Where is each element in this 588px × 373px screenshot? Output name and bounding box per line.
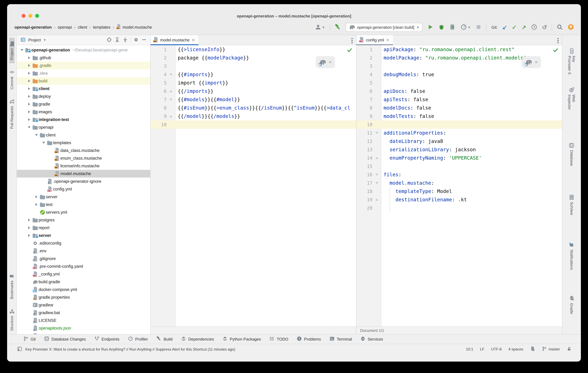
tree-row[interactable]: MDREADME.md [17, 332, 150, 334]
file-settings-icon[interactable] [530, 346, 535, 352]
dismiss-icon[interactable]: ✕ [329, 59, 332, 65]
fold-marker-icon[interactable] [372, 199, 381, 201]
ide-update-button[interactable] [568, 24, 574, 31]
expand-all-button[interactable] [115, 37, 120, 43]
line-separator-indicator[interactable]: LF [480, 347, 484, 351]
tool-window-button-pull-requests[interactable]: Pull Requests [9, 96, 14, 132]
tool-window-button-todo[interactable]: TODO [269, 336, 288, 342]
hide-panel-button[interactable] [141, 37, 147, 43]
tree-expand-chevron-icon[interactable] [27, 103, 32, 106]
tree-collapse-chevron-icon[interactable] [41, 141, 46, 144]
tool-window-quick-access-icon[interactable] [17, 346, 22, 352]
code-editor[interactable]: 1apiPackage: "ru.romanow.openapi.client.… [356, 45, 562, 327]
tool-window-button-bookmarks[interactable]: Bookmarks [9, 270, 14, 303]
tool-window-button-project[interactable]: Project [9, 38, 14, 63]
git-branch-indicator[interactable]: master [542, 346, 560, 352]
tool-window-button-endpoints[interactable]: Endpoints [94, 336, 119, 342]
tree-row[interactable]: YML.pre-commit-config.yaml [17, 263, 150, 270]
load-gradle-changes-button[interactable]: ✕ [522, 56, 540, 67]
tool-window-button-structure[interactable]: Structure [9, 305, 14, 334]
breadcrumb-item[interactable]: openapi-generation [14, 25, 52, 30]
tree-expand-chevron-icon[interactable] [27, 87, 32, 90]
tree-expand-chevron-icon[interactable] [34, 196, 39, 198]
build-project-button[interactable] [335, 24, 341, 31]
debug-button[interactable] [438, 24, 445, 31]
tool-window-button-git[interactable]: Git [23, 336, 36, 342]
tree-expand-chevron-icon[interactable] [34, 203, 39, 206]
chevron-down-icon[interactable]: ▼ [43, 38, 46, 42]
tree-expand-chevron-icon[interactable] [27, 234, 32, 237]
editor-options-kebab-icon[interactable] [557, 37, 559, 44]
tree-collapse-chevron-icon[interactable] [34, 134, 39, 136]
tree-row[interactable]: gradlew [17, 301, 150, 309]
tree-row[interactable]: client [17, 85, 150, 93]
tree-row[interactable]: build [17, 77, 150, 85]
tree-row[interactable]: DCdocker-compose.yml [17, 286, 150, 293]
tree-expand-chevron-icon[interactable] [27, 64, 32, 67]
close-tab-icon[interactable]: ✕ [191, 38, 195, 43]
tree-row[interactable]: openapi [17, 123, 150, 131]
tree-expand-chevron-icon[interactable] [27, 56, 32, 59]
tree-expand-chevron-icon[interactable] [27, 219, 32, 221]
fold-marker-icon[interactable] [167, 90, 175, 92]
git-commit-button[interactable]: ✓ [512, 24, 517, 30]
indent-indicator[interactable]: 4 spaces [508, 347, 523, 351]
tool-window-button-key-promoter-x[interactable]: Key Promoter X [567, 45, 576, 80]
project-panel-title[interactable]: Project [28, 38, 41, 43]
tree-row[interactable]: servers.yml [17, 208, 150, 216]
panel-settings-button[interactable] [133, 37, 139, 43]
tree-row[interactable]: gradle [17, 100, 150, 108]
tree-row[interactable]: test [17, 201, 150, 208]
tree-row[interactable]: YML_config.yml [17, 270, 150, 278]
search-everywhere-button[interactable] [556, 24, 563, 31]
tree-row[interactable]: client [17, 131, 150, 139]
encoding-indicator[interactable]: UTF-8 [491, 347, 502, 351]
tree-row[interactable]: model.mustache [17, 170, 150, 177]
fold-marker-icon[interactable] [167, 99, 175, 100]
tree-row[interactable]: deploy [17, 93, 150, 100]
tree-expand-chevron-icon[interactable] [27, 95, 32, 98]
tree-row[interactable]: {}openapitools.json [17, 324, 150, 332]
editor-tab-config.yml[interactable]: YMLconfig.yml✕ [356, 35, 393, 45]
inspection-ok-icon[interactable] [553, 47, 559, 54]
breadcrumb-item[interactable]: client [78, 25, 87, 30]
tree-row[interactable]: build.gradle [17, 278, 150, 286]
local-history-button[interactable] [531, 24, 537, 31]
breadcrumb-file[interactable]: model.mustache [116, 24, 152, 31]
tree-row[interactable]: images [17, 108, 150, 116]
tree-row[interactable]: .openapi-generator-ignore [17, 177, 150, 185]
tool-window-button-database[interactable]: Database [569, 140, 574, 169]
tool-window-button-services[interactable]: Services [360, 336, 383, 342]
rollback-button[interactable]: ↺ [542, 24, 547, 30]
run-button[interactable] [427, 24, 434, 31]
tree-row[interactable]: .gitignore [17, 255, 150, 263]
tree-row[interactable]: server [17, 193, 150, 201]
status-message[interactable]: Key Promoter X: Want to create a shortcu… [25, 347, 235, 351]
tree-collapse-chevron-icon[interactable] [27, 126, 32, 129]
tree-row[interactable]: openapi-generation~/Develop/Java/openapi… [17, 46, 150, 54]
tool-window-button-database-changes[interactable]: Database Changes [44, 336, 86, 342]
load-gradle-changes-button[interactable]: ✕ [316, 56, 335, 67]
tree-row[interactable]: integration-test [17, 116, 150, 123]
tree-row[interactable]: .editorconfig [17, 239, 150, 247]
tree-expand-chevron-icon[interactable] [27, 110, 32, 113]
git-update-button[interactable]: ↙ [502, 24, 507, 30]
tree-row[interactable]: enum_class.mustache [17, 154, 150, 162]
caret-position-indicator[interactable]: 10:1 [466, 347, 473, 351]
tree-expand-chevron-icon[interactable] [27, 118, 32, 121]
tool-window-button-notifications[interactable]: Notifications [569, 239, 574, 273]
read-write-lock-icon[interactable] [567, 346, 572, 352]
collapse-all-button[interactable] [122, 37, 128, 43]
tool-window-button-problems[interactable]: Problems [297, 336, 321, 342]
editor-tab-model.mustache[interactable]: model.mustache✕ [151, 35, 199, 45]
tree-row[interactable]: report [17, 224, 150, 232]
fold-marker-icon[interactable] [372, 182, 381, 184]
tree-row[interactable]: .env [17, 247, 150, 255]
tree-row[interactable]: .gradle [17, 62, 150, 69]
tree-collapse-chevron-icon[interactable] [19, 49, 25, 52]
tree-row[interactable]: server [17, 232, 150, 239]
tree-row[interactable]: .github [17, 54, 150, 62]
git-push-button[interactable]: ↗ [521, 24, 526, 30]
tree-row[interactable]: .idea [17, 69, 150, 77]
select-opened-file-button[interactable] [106, 37, 112, 43]
